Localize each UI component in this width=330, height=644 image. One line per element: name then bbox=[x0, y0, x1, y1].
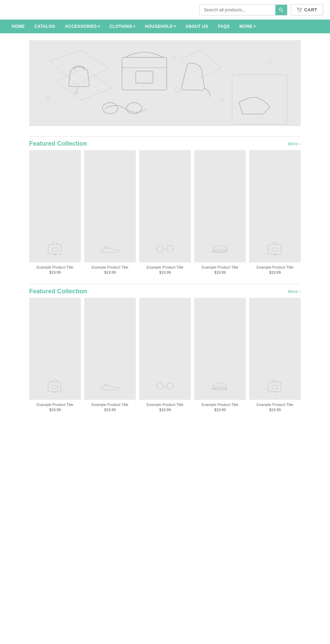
nav-more[interactable]: MORE ▾ bbox=[235, 20, 261, 33]
product-image bbox=[249, 298, 301, 400]
product-card[interactable]: Example Product Title $19.99 bbox=[29, 150, 81, 277]
product-title: Example Product Title bbox=[32, 265, 78, 269]
product-price: $19.99 bbox=[87, 270, 133, 274]
shoe-icon bbox=[100, 379, 120, 393]
nav-faqs[interactable]: FAQS bbox=[213, 20, 235, 33]
backpack-icon bbox=[265, 242, 285, 256]
hero-illustration bbox=[29, 40, 301, 126]
cart-button[interactable]: CART bbox=[291, 4, 323, 15]
svg-point-25 bbox=[157, 246, 163, 252]
product-info: Example Product Title $19.99 bbox=[194, 400, 246, 415]
search-wrapper bbox=[199, 4, 287, 15]
svg-rect-21 bbox=[48, 245, 61, 254]
featured-section-2-header: Featured Collection More › bbox=[29, 284, 301, 298]
product-grid-1: Example Product Title $19.99 Example Pro… bbox=[29, 150, 301, 277]
product-card[interactable]: Example Product Title $19.99 bbox=[194, 150, 246, 277]
product-info: Example Product Title $19.99 bbox=[249, 262, 301, 277]
product-card[interactable]: Example Product Title $19.99 bbox=[29, 298, 81, 415]
product-info: Example Product Title $19.99 bbox=[139, 400, 191, 415]
product-title: Example Product Title bbox=[197, 403, 243, 407]
svg-rect-22 bbox=[52, 248, 58, 251]
product-price: $19.99 bbox=[32, 270, 78, 274]
svg-point-2 bbox=[299, 11, 299, 12]
cart-label: CART bbox=[304, 7, 317, 12]
svg-line-44 bbox=[173, 385, 174, 386]
product-price: $19.99 bbox=[252, 408, 298, 412]
search-icon bbox=[279, 8, 284, 12]
product-price: $19.99 bbox=[142, 408, 188, 412]
product-title: Example Product Title bbox=[252, 403, 298, 407]
product-title: Example Product Title bbox=[252, 265, 298, 269]
featured-1-more[interactable]: More › bbox=[288, 141, 301, 146]
svg-rect-37 bbox=[52, 385, 58, 389]
nav-home[interactable]: HOME bbox=[7, 20, 30, 33]
featured-section-1-header: Featured Collection More › bbox=[29, 136, 301, 150]
product-image bbox=[139, 298, 191, 400]
nav-accessories[interactable]: ACCESSORIES ▾ bbox=[60, 20, 104, 33]
svg-point-41 bbox=[167, 383, 173, 389]
product-image bbox=[249, 150, 301, 262]
cap-icon bbox=[210, 379, 230, 393]
product-card[interactable]: Example Product Title $19.99 bbox=[249, 150, 301, 277]
product-price: $19.99 bbox=[197, 270, 243, 274]
header-top: CART bbox=[0, 0, 330, 20]
glasses-icon bbox=[155, 379, 175, 393]
product-card[interactable]: Example Product Title $19.99 bbox=[194, 298, 246, 415]
product-image bbox=[29, 150, 81, 262]
product-image bbox=[194, 298, 246, 400]
chevron-down-icon: ▾ bbox=[98, 20, 100, 33]
svg-line-1 bbox=[282, 10, 283, 12]
product-price: $19.99 bbox=[252, 270, 298, 274]
chevron-down-icon: ▾ bbox=[174, 20, 176, 33]
nav-household[interactable]: HOUSEHOLD ▾ bbox=[140, 20, 181, 33]
product-card[interactable]: Example Product Title $19.99 bbox=[84, 298, 136, 415]
svg-rect-48 bbox=[272, 385, 278, 389]
product-title: Example Product Title bbox=[87, 265, 133, 269]
featured-2-more[interactable]: More › bbox=[288, 289, 301, 294]
chevron-down-icon: ▾ bbox=[254, 20, 256, 33]
svg-rect-4 bbox=[29, 40, 301, 126]
chevron-down-icon: ▾ bbox=[133, 20, 135, 33]
svg-line-28 bbox=[156, 248, 157, 249]
product-title: Example Product Title bbox=[197, 265, 243, 269]
hero-banner bbox=[29, 40, 301, 126]
product-price: $19.99 bbox=[197, 408, 243, 412]
product-info: Example Product Title $19.99 bbox=[29, 262, 81, 277]
product-title: Example Product Title bbox=[142, 403, 188, 407]
product-image bbox=[139, 150, 191, 262]
product-info: Example Product Title $19.99 bbox=[139, 262, 191, 277]
product-info: Example Product Title $19.99 bbox=[84, 262, 136, 277]
product-price: $19.99 bbox=[142, 270, 188, 274]
backpack-icon bbox=[45, 242, 65, 256]
product-card[interactable]: Example Product Title $19.99 bbox=[84, 150, 136, 277]
product-title: Example Product Title bbox=[87, 403, 133, 407]
backpack-icon bbox=[265, 379, 285, 393]
product-title: Example Product Title bbox=[142, 265, 188, 269]
nav-bar: HOME CATALOG ACCESSORIES ▾ CLOTHING ▾ HO… bbox=[0, 20, 330, 33]
nav-catalog[interactable]: CATALOG bbox=[30, 20, 60, 33]
product-info: Example Product Title $19.99 bbox=[249, 400, 301, 415]
product-card[interactable]: Example Product Title $19.99 bbox=[249, 298, 301, 415]
svg-line-29 bbox=[173, 248, 174, 249]
product-price: $19.99 bbox=[32, 408, 78, 412]
svg-point-40 bbox=[157, 383, 163, 389]
product-info: Example Product Title $19.99 bbox=[194, 262, 246, 277]
glasses-icon bbox=[155, 242, 175, 256]
backpack-icon bbox=[45, 379, 65, 393]
nav-about[interactable]: ABOUT US bbox=[180, 20, 213, 33]
product-card[interactable]: Example Product Title $19.99 bbox=[139, 298, 191, 415]
svg-point-3 bbox=[300, 11, 301, 12]
product-title: Example Product Title bbox=[32, 403, 78, 407]
search-input[interactable] bbox=[200, 4, 275, 15]
nav-clothing[interactable]: CLOTHING ▾ bbox=[104, 20, 140, 33]
product-image bbox=[84, 298, 136, 400]
featured-1-title: Featured Collection bbox=[29, 140, 87, 147]
main-content: Featured Collection More › Example Produ… bbox=[29, 133, 301, 425]
product-price: $19.99 bbox=[87, 408, 133, 412]
product-card[interactable]: Example Product Title $19.99 bbox=[139, 150, 191, 277]
product-info: Example Product Title $19.99 bbox=[29, 400, 81, 415]
svg-line-43 bbox=[156, 385, 157, 386]
search-button[interactable] bbox=[275, 5, 287, 15]
svg-rect-33 bbox=[272, 248, 278, 251]
svg-rect-36 bbox=[48, 382, 61, 392]
